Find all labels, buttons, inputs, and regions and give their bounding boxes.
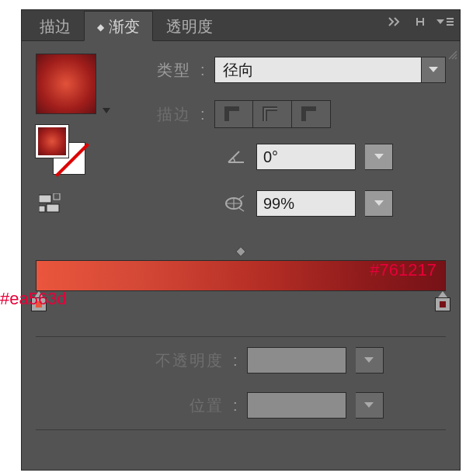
opacity-row: 不透明度: <box>123 347 446 374</box>
panel-body: 类型: 径向 描边: 0° 99% <box>22 41 460 66</box>
tab-transparency-label: 透明度 <box>166 16 213 37</box>
svg-rect-1 <box>54 193 60 200</box>
colon: : <box>233 352 238 370</box>
stroke-mode-1[interactable] <box>214 100 253 128</box>
tab-stroke[interactable]: 描边 <box>26 11 84 40</box>
position-input <box>247 392 346 419</box>
reverse-gradient-icon[interactable] <box>39 193 75 217</box>
color-stop-right[interactable] <box>435 291 450 311</box>
stroke-label: 描边 <box>123 104 191 125</box>
aspect-dropdown[interactable] <box>365 190 393 217</box>
svg-rect-3 <box>39 206 45 212</box>
tab-gradient[interactable]: ◆渐变 <box>84 11 153 41</box>
tab-gradient-label: 渐变 <box>109 16 140 37</box>
fill-swatch[interactable] <box>36 125 68 158</box>
gradient-panel: 描边 ◆渐变 透明度 类型: 径向 描边: <box>21 9 461 471</box>
stop-swatch-right <box>440 301 446 307</box>
type-row: 类型: 径向 <box>123 57 446 83</box>
stroke-mode-3[interactable] <box>292 100 331 128</box>
panel-controls <box>388 16 454 27</box>
tab-stroke-label: 描边 <box>40 16 71 37</box>
stroke-segments <box>214 100 331 128</box>
aspect-icon <box>200 194 247 213</box>
svg-rect-0 <box>39 195 51 203</box>
opacity-dropdown <box>356 347 384 374</box>
position-dropdown <box>356 392 384 419</box>
fill-stroke-widget <box>36 125 90 172</box>
type-label: 类型 <box>123 60 191 81</box>
panel-menu-icon[interactable] <box>436 16 454 27</box>
svg-rect-2 <box>47 204 59 212</box>
colon: : <box>233 397 238 415</box>
annotation-right: #761217 <box>370 260 436 280</box>
type-value: 径向 <box>214 57 421 83</box>
type-select[interactable]: 径向 <box>214 57 446 83</box>
divider <box>36 429 446 430</box>
opacity-input <box>247 347 346 374</box>
gradient-preview-swatch[interactable] <box>36 54 96 114</box>
tab-transparency[interactable]: 透明度 <box>153 11 226 40</box>
annotation-left: #ea563d <box>0 289 67 309</box>
dirty-icon: ◆ <box>97 22 104 33</box>
midpoint-diamond[interactable] <box>235 246 246 257</box>
resize-grip-icon[interactable] <box>446 47 458 64</box>
angle-dropdown[interactable] <box>365 144 393 170</box>
aspect-input[interactable]: 99% <box>256 190 356 217</box>
position-label: 位置 <box>123 395 224 416</box>
aspect-value: 99% <box>263 195 294 213</box>
angle-row: 0° <box>123 144 446 170</box>
stroke-row: 描边: <box>123 100 446 128</box>
collapse-icon[interactable] <box>415 16 426 27</box>
divider <box>36 336 446 337</box>
stroke-mode-2[interactable] <box>253 100 292 128</box>
angle-input[interactable]: 0° <box>256 144 356 170</box>
tab-bar: 描边 ◆渐变 透明度 <box>22 10 460 41</box>
colon: : <box>200 106 205 123</box>
colon: : <box>200 61 205 79</box>
angle-icon <box>200 148 247 165</box>
opacity-label: 不透明度 <box>123 350 224 371</box>
aspect-row: 99% <box>123 190 446 217</box>
swatch-menu-caret-icon[interactable] <box>103 108 110 113</box>
angle-value: 0° <box>263 148 278 166</box>
position-row: 位置: <box>123 392 446 419</box>
fast-forward-icon[interactable] <box>388 17 404 26</box>
dropdown-icon[interactable] <box>421 57 446 83</box>
